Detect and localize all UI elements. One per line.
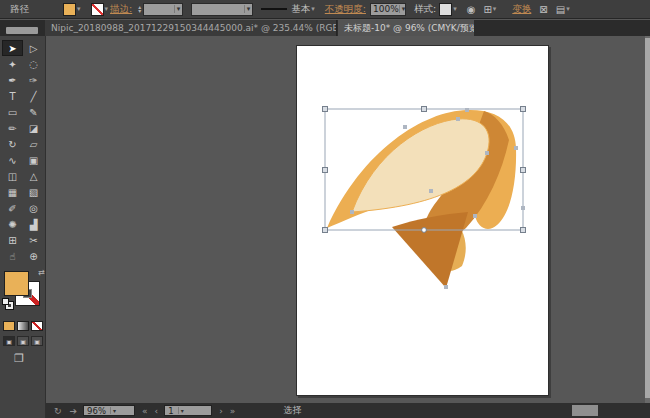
eyedropper-icon: ✐	[8, 203, 16, 214]
recolor-artwork-icon[interactable]: ◉	[467, 4, 476, 15]
artboard-dropdown-arrow: ▾	[178, 407, 184, 414]
hand-icon: ☝	[9, 251, 15, 262]
stroke-weight-dropdown-arrow[interactable]: ▾	[174, 5, 181, 13]
vertical-scrollbar[interactable]	[645, 36, 650, 403]
draw-inside-button[interactable]: ▣	[31, 336, 43, 346]
selection-tool[interactable]: ➤	[2, 40, 23, 56]
blend-tool[interactable]: ◎	[23, 200, 44, 216]
stroke-weight-stepper[interactable]: ▴ ▾	[138, 5, 141, 13]
eyedropper-tool[interactable]: ✐	[2, 200, 23, 216]
line-segment-tool[interactable]: ╱	[23, 88, 44, 104]
stroke-dropdown-arrow[interactable]: ▾	[105, 5, 109, 13]
stroke-color-swatch[interactable]	[91, 3, 104, 16]
shape-builder-tool[interactable]: ◫	[2, 168, 23, 184]
zoom-icon: ⊕	[29, 251, 37, 262]
direct-selection-tool-icon: ▷	[30, 43, 38, 54]
style-dropdown-arrow[interactable]: ▾	[453, 5, 457, 13]
column-graph-tool[interactable]: ▟	[23, 216, 44, 232]
column-graph-icon: ▟	[30, 219, 38, 230]
perspective-grid-tool[interactable]: △	[23, 168, 44, 184]
rotate-tool[interactable]: ↻	[2, 136, 23, 152]
next-artboard-button[interactable]: ›	[219, 406, 223, 416]
rotate-view-icon[interactable]: ↻	[54, 406, 62, 416]
opacity-dropdown-arrow[interactable]: ▾	[399, 5, 406, 13]
curvature-icon: ✑	[29, 75, 37, 86]
mesh-icon: ▦	[8, 187, 17, 198]
symbol-sprayer-icon: ✺	[8, 219, 16, 230]
panel-collapse-strip[interactable]	[6, 27, 38, 34]
style-swatch[interactable]	[439, 3, 452, 16]
eraser-tool[interactable]: ◪	[23, 120, 44, 136]
gradient-button[interactable]	[17, 321, 29, 331]
magic-wand-tool[interactable]: ✦	[2, 56, 23, 72]
stroke-weight-field[interactable]: ▾	[143, 3, 183, 16]
width-profile-dropdown-arrow[interactable]: ▾	[244, 5, 251, 13]
options-dropdown-arrow[interactable]: ▾	[566, 5, 570, 13]
previous-artboard-button[interactable]: ‹	[155, 406, 159, 416]
tools-panel: ➤ ▷ ✦ ◌ ✒ ✑ T ╱ ▭ ✎ ✏ ◪ ↻ ▱ ∿ ▣ ◫ △ ▦ ▧ …	[0, 36, 46, 418]
screen-mode-button[interactable]: ❐	[14, 352, 24, 365]
color-button[interactable]	[3, 321, 15, 331]
color-mode-buttons	[3, 321, 43, 331]
brush-stroke-preview	[261, 8, 287, 10]
width-profile-dropdown[interactable]: ▾	[191, 3, 253, 16]
vertical-scrollbar-thumb[interactable]	[645, 38, 650, 398]
slice-icon: ✂	[29, 235, 37, 246]
pencil-tool[interactable]: ✏	[2, 120, 23, 136]
none-button[interactable]	[31, 321, 43, 331]
brush-dropdown-arrow[interactable]: ▾	[311, 5, 315, 13]
fill-swatch[interactable]	[4, 271, 29, 296]
pen-tool[interactable]: ✒	[2, 72, 23, 88]
document-tab-2[interactable]: 未标题-10* @ 96% (CMYK/预览) ×	[338, 20, 474, 36]
paintbrush-icon: ✎	[29, 107, 37, 118]
draw-normal-button[interactable]: ▣	[3, 336, 15, 346]
transform-link[interactable]: 变换	[512, 3, 531, 16]
fill-dropdown-arrow[interactable]: ▾	[77, 5, 81, 13]
scale-tool[interactable]: ▱	[23, 136, 44, 152]
navigate-icon[interactable]: ➔	[70, 406, 78, 416]
type-tool[interactable]: T	[2, 88, 23, 104]
opacity-field[interactable]: 100% ▾	[370, 3, 406, 16]
fill-color-swatch[interactable]	[63, 3, 76, 16]
mesh-tool[interactable]: ▦	[2, 184, 23, 200]
panel-options-icon[interactable]: ▤	[556, 4, 565, 15]
brush-name[interactable]: 基本	[291, 3, 310, 16]
direct-selection-tool[interactable]: ▷	[23, 40, 44, 56]
lasso-tool[interactable]: ◌	[23, 56, 44, 72]
rectangle-tool[interactable]: ▭	[2, 104, 23, 120]
slice-tool[interactable]: ✂	[23, 232, 44, 248]
default-fill-stroke-icon[interactable]	[2, 298, 13, 309]
rectangle-icon: ▭	[8, 107, 17, 118]
draw-behind-button[interactable]: ▣	[17, 336, 29, 346]
align-dropdown-arrow[interactable]: ▾	[493, 5, 497, 13]
curvature-tool[interactable]: ✑	[23, 72, 44, 88]
artboard-number-dropdown[interactable]: 1 ▾	[164, 405, 212, 416]
free-transform-tool[interactable]: ▣	[23, 152, 44, 168]
screen-mode-icon: ❐	[14, 352, 24, 365]
artboard-tool[interactable]: ⊞	[2, 232, 23, 248]
stepper-down-icon[interactable]: ▾	[138, 9, 141, 13]
isolate-object-icon[interactable]: ⊠	[539, 4, 547, 15]
zoom-tool[interactable]: ⊕	[23, 248, 44, 264]
stroke-link[interactable]: 描边:	[110, 3, 132, 16]
blend-icon: ◎	[29, 203, 38, 214]
line-segment-icon: ╱	[30, 91, 36, 102]
selection-tool-icon: ➤	[8, 43, 16, 54]
symbol-sprayer-tool[interactable]: ✺	[2, 216, 23, 232]
last-artboard-button[interactable]: »	[230, 406, 236, 416]
opacity-link[interactable]: 不透明度:	[325, 3, 366, 16]
horizontal-scrollbar-thumb[interactable]	[572, 405, 598, 416]
magic-wand-icon: ✦	[8, 59, 16, 70]
hand-tool[interactable]: ☝	[2, 248, 23, 264]
width-tool[interactable]: ∿	[2, 152, 23, 168]
gradient-tool[interactable]: ▧	[23, 184, 44, 200]
swap-fill-stroke-icon[interactable]: ⇄	[38, 268, 45, 277]
document-tab-1[interactable]: Nipic_20180988_20171229150344445000.ai* …	[45, 20, 337, 36]
canvas-area[interactable]	[46, 36, 650, 403]
first-artboard-button[interactable]: «	[142, 406, 148, 416]
shape-builder-icon: ◫	[8, 171, 17, 182]
align-icon[interactable]: ⊞	[483, 4, 491, 15]
artboard[interactable]	[296, 45, 549, 396]
paintbrush-tool[interactable]: ✎	[23, 104, 44, 120]
zoom-level-dropdown[interactable]: 96% ▾	[83, 405, 135, 416]
